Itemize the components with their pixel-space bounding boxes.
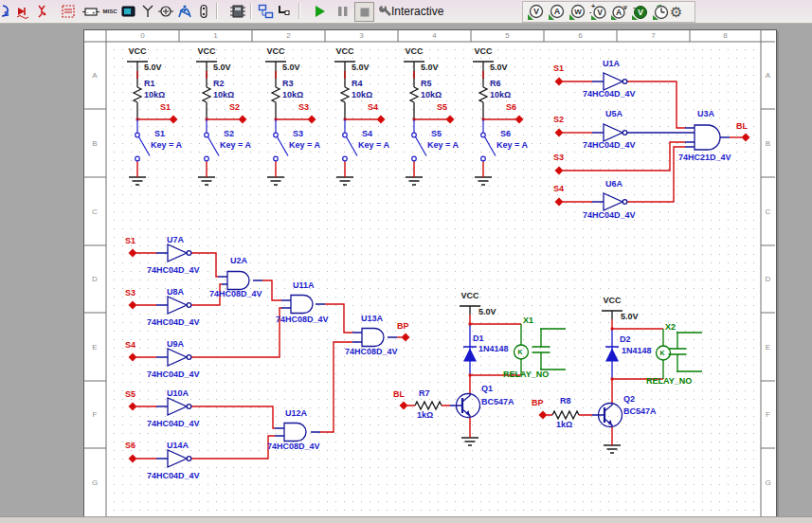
vcc-voltage[interactable]: 5.0V xyxy=(621,313,639,322)
gate-refdes[interactable]: U7A xyxy=(167,236,184,245)
net-label[interactable]: BL xyxy=(393,390,405,400)
voltage-current-probe-button[interactable]: Av xyxy=(609,3,629,21)
transistor-part[interactable]: BC547A xyxy=(481,398,514,407)
run-simulation-button[interactable] xyxy=(311,2,330,21)
resistor-value[interactable]: 10kΩ xyxy=(421,91,442,100)
net-label[interactable]: S5 xyxy=(437,103,447,113)
net-label[interactable]: S5 xyxy=(125,390,135,400)
relay-part[interactable]: RELAY_NO xyxy=(646,377,692,387)
gate-refdes[interactable]: U12A xyxy=(285,409,307,419)
gate-refdes[interactable]: U2A xyxy=(230,257,247,266)
net-label[interactable]: S1 xyxy=(553,64,564,74)
vcc-label[interactable]: VCC xyxy=(333,47,357,57)
vcc-voltage[interactable]: 5.0V xyxy=(282,63,300,73)
pause-simulation-button[interactable] xyxy=(334,2,352,21)
resistor-refdes[interactable]: R1 xyxy=(144,80,155,89)
gate-refdes[interactable]: U11A xyxy=(293,281,315,291)
gate-part[interactable]: 74HC04D_4V xyxy=(147,318,200,328)
vcc-voltage[interactable]: 5.0V xyxy=(490,63,508,73)
place-misc-digital-icon[interactable] xyxy=(59,2,78,21)
gate-part[interactable]: 74HC04D_4V xyxy=(583,90,636,99)
gate-part[interactable]: 74HC04D_4V xyxy=(147,420,200,429)
net-label[interactable]: S1 xyxy=(160,103,171,113)
hierarchical-block-icon[interactable] xyxy=(256,2,275,21)
resistor-refdes[interactable]: R2 xyxy=(213,80,225,89)
gate-refdes[interactable]: U5A xyxy=(605,110,623,119)
place-transistor-icon[interactable] xyxy=(34,2,53,21)
place-bus-icon[interactable] xyxy=(274,2,293,21)
net-label[interactable]: S2 xyxy=(229,103,240,113)
bottom-scrollbar-track[interactable] xyxy=(0,516,812,523)
power-probe-button[interactable]: W xyxy=(568,3,587,21)
resistor-refdes[interactable]: R5 xyxy=(421,80,432,89)
place-analog-icon[interactable]: S xyxy=(0,2,12,21)
gate-refdes[interactable]: U6A xyxy=(605,180,623,189)
vcc-voltage[interactable]: 5.0V xyxy=(352,63,370,73)
vcc-voltage[interactable]: 5.0V xyxy=(421,63,439,73)
gate-refdes[interactable]: U14A xyxy=(167,442,189,451)
switch-refdes[interactable]: S1 xyxy=(154,130,165,139)
diode-refdes[interactable]: D1 xyxy=(473,334,484,344)
differential-voltage-probe-button[interactable]: +-V xyxy=(588,3,608,21)
gate-part[interactable]: 74HC08D_4V xyxy=(276,316,329,325)
vcc-voltage[interactable]: 5.0V xyxy=(213,63,231,73)
vcc-label[interactable]: VCC xyxy=(471,47,496,57)
vcc-label[interactable]: VCC xyxy=(458,292,482,301)
gate-part[interactable]: 74HC04D_4V xyxy=(147,472,200,481)
relay-refdes[interactable]: X1 xyxy=(523,316,533,326)
reference-voltage-probe-button[interactable]: -V xyxy=(630,3,650,21)
gate-part[interactable]: 74HC08D_4V xyxy=(267,442,320,452)
place-connector-icon[interactable] xyxy=(194,2,213,21)
vcc-label[interactable]: VCC xyxy=(125,47,150,57)
vcc-label[interactable]: VCC xyxy=(263,47,288,57)
net-label[interactable]: S4 xyxy=(125,341,135,351)
switch-key[interactable]: Key = A xyxy=(358,141,389,151)
place-peripherals-icon[interactable] xyxy=(119,2,138,21)
switch-refdes[interactable]: S2 xyxy=(224,130,234,139)
switch-refdes[interactable]: S5 xyxy=(431,130,442,139)
gate-part[interactable]: 74HC04D_4V xyxy=(583,211,636,221)
interactive-analysis-label[interactable]: Interactive xyxy=(391,5,443,18)
probe-settings-gear-button[interactable]: ⚙ xyxy=(670,3,690,21)
gate-refdes[interactable]: U13A xyxy=(361,315,383,324)
gate-refdes[interactable]: U1A xyxy=(603,60,620,69)
vcc-voltage[interactable]: 5.0V xyxy=(144,63,162,73)
resistor-value[interactable]: 10kΩ xyxy=(213,91,234,100)
period-probe-button[interactable] xyxy=(651,3,671,21)
place-rf-icon[interactable] xyxy=(138,2,157,21)
net-label[interactable]: BL xyxy=(736,122,748,132)
stop-simulation-button[interactable] xyxy=(354,2,374,22)
resistor-value[interactable]: 1kΩ xyxy=(417,411,433,421)
gate-refdes[interactable]: U10A xyxy=(167,389,189,399)
resistor-refdes[interactable]: R4 xyxy=(352,80,363,89)
vcc-voltage[interactable]: 5.0V xyxy=(478,308,496,317)
switch-key[interactable]: Key = A xyxy=(496,141,528,151)
net-label[interactable]: S4 xyxy=(368,103,378,113)
diode-refdes[interactable]: D2 xyxy=(620,335,631,345)
gate-part[interactable]: 74HC04D_4V xyxy=(147,370,200,380)
place-diode-icon[interactable] xyxy=(13,2,32,21)
net-label[interactable]: S6 xyxy=(125,442,135,451)
resistor-refdes[interactable]: R3 xyxy=(282,80,294,89)
switch-key[interactable]: Key = A xyxy=(289,141,320,151)
resistor-value[interactable]: 10kΩ xyxy=(490,91,511,100)
vcc-label[interactable]: VCC xyxy=(194,47,219,57)
diode-part[interactable]: 1N4148 xyxy=(622,347,652,356)
place-electromechanical-icon[interactable] xyxy=(156,2,175,21)
gate-part[interactable]: 74HC04D_4V xyxy=(147,266,200,276)
switch-refdes[interactable]: S6 xyxy=(500,130,511,139)
schematic-grid[interactable] xyxy=(106,42,761,516)
net-label[interactable]: S3 xyxy=(298,103,309,113)
resistor-refdes[interactable]: R6 xyxy=(490,80,501,89)
resistor-value[interactable]: 10kΩ xyxy=(352,91,372,100)
net-label[interactable]: S6 xyxy=(506,103,516,113)
resistor-refdes[interactable]: R7 xyxy=(419,389,430,399)
place-mcu-icon[interactable] xyxy=(228,2,247,21)
voltage-probe-button[interactable]: V xyxy=(526,3,546,21)
gate-part[interactable]: 74HC04D_4V xyxy=(583,141,636,151)
transistor-refdes[interactable]: Q2 xyxy=(623,395,635,405)
net-label[interactable]: S4 xyxy=(553,185,564,194)
vcc-label[interactable]: VCC xyxy=(402,47,426,57)
place-misc-icon[interactable]: MISC xyxy=(99,2,120,21)
switch-refdes[interactable]: S3 xyxy=(293,130,303,139)
